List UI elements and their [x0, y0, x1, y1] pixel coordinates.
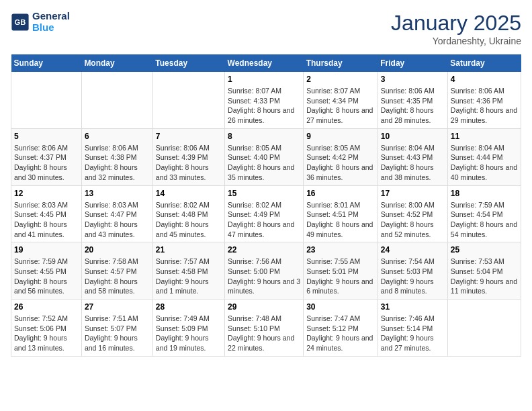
- calendar-cell: 9Sunrise: 8:05 AM Sunset: 4:42 PM Daylig…: [304, 128, 378, 185]
- day-number: 8: [228, 132, 300, 141]
- day-info: Sunrise: 8:03 AM Sunset: 4:47 PM Dayligh…: [85, 200, 150, 240]
- calendar-header-row: SundayMondayTuesdayWednesdayThursdayFrid…: [11, 54, 521, 72]
- header-saturday: Saturday: [447, 54, 521, 72]
- day-number: 24: [381, 245, 445, 255]
- day-number: 25: [451, 245, 518, 255]
- week-row-2: 5Sunrise: 8:06 AM Sunset: 4:37 PM Daylig…: [11, 128, 521, 185]
- day-number: 31: [381, 302, 445, 312]
- calendar-cell: 24Sunrise: 7:54 AM Sunset: 5:03 PM Dayli…: [378, 242, 447, 300]
- logo: GB General Blue: [11, 11, 70, 33]
- day-number: 2: [306, 75, 375, 84]
- calendar-table: SundayMondayTuesdayWednesdayThursdayFrid…: [11, 54, 521, 357]
- calendar-cell: 1Sunrise: 8:07 AM Sunset: 4:33 PM Daylig…: [225, 72, 304, 128]
- calendar-cell: 7Sunrise: 8:06 AM Sunset: 4:39 PM Daylig…: [152, 128, 224, 185]
- day-info: Sunrise: 7:57 AM Sunset: 4:58 PM Dayligh…: [156, 257, 222, 296]
- day-number: 19: [14, 245, 79, 255]
- calendar-cell: 28Sunrise: 7:49 AM Sunset: 5:09 PM Dayli…: [152, 300, 224, 357]
- calendar-cell: 29Sunrise: 7:48 AM Sunset: 5:10 PM Dayli…: [225, 300, 304, 357]
- day-info: Sunrise: 7:53 AM Sunset: 5:04 PM Dayligh…: [451, 257, 518, 296]
- day-info: Sunrise: 8:05 AM Sunset: 4:42 PM Dayligh…: [306, 143, 375, 183]
- header-monday: Monday: [81, 54, 152, 72]
- day-number: 5: [14, 132, 79, 141]
- day-number: 10: [381, 132, 445, 141]
- month-title: January 2025: [391, 11, 521, 36]
- day-info: Sunrise: 8:06 AM Sunset: 4:39 PM Dayligh…: [156, 143, 222, 183]
- day-number: 15: [228, 189, 300, 198]
- day-info: Sunrise: 8:00 AM Sunset: 4:52 PM Dayligh…: [381, 200, 445, 240]
- svg-text:GB: GB: [15, 18, 26, 26]
- day-info: Sunrise: 7:51 AM Sunset: 5:07 PM Dayligh…: [85, 314, 150, 353]
- day-info: Sunrise: 7:47 AM Sunset: 5:12 PM Dayligh…: [306, 314, 375, 353]
- day-number: 16: [306, 189, 375, 198]
- calendar-cell: 21Sunrise: 7:57 AM Sunset: 4:58 PM Dayli…: [152, 242, 224, 300]
- day-number: 18: [451, 189, 518, 198]
- day-info: Sunrise: 8:07 AM Sunset: 4:33 PM Dayligh…: [228, 86, 300, 126]
- day-info: Sunrise: 8:06 AM Sunset: 4:35 PM Dayligh…: [381, 86, 445, 126]
- week-row-5: 26Sunrise: 7:52 AM Sunset: 5:06 PM Dayli…: [11, 300, 521, 357]
- day-info: Sunrise: 8:04 AM Sunset: 4:43 PM Dayligh…: [381, 143, 445, 183]
- page-header: GB General Blue January 2025 Yordaneshty…: [11, 11, 521, 46]
- calendar-cell: 5Sunrise: 8:06 AM Sunset: 4:37 PM Daylig…: [11, 128, 82, 185]
- calendar-cell: 23Sunrise: 7:55 AM Sunset: 5:01 PM Dayli…: [304, 242, 378, 300]
- calendar-cell: 17Sunrise: 8:00 AM Sunset: 4:52 PM Dayli…: [378, 185, 447, 242]
- week-row-3: 12Sunrise: 8:03 AM Sunset: 4:45 PM Dayli…: [11, 185, 521, 242]
- day-number: 26: [14, 302, 79, 312]
- day-number: 20: [85, 245, 150, 255]
- day-number: 14: [156, 189, 222, 198]
- calendar-cell: 2Sunrise: 8:07 AM Sunset: 4:34 PM Daylig…: [304, 72, 378, 128]
- day-number: 11: [451, 132, 518, 141]
- calendar-cell: 22Sunrise: 7:56 AM Sunset: 5:00 PM Dayli…: [225, 242, 304, 300]
- day-number: 12: [14, 189, 79, 198]
- week-row-1: 1Sunrise: 8:07 AM Sunset: 4:33 PM Daylig…: [11, 72, 521, 128]
- day-number: 4: [451, 75, 518, 84]
- title-block: January 2025 Yordaneshty, Ukraine: [391, 11, 521, 46]
- logo-icon: GB: [11, 13, 30, 32]
- day-info: Sunrise: 7:59 AM Sunset: 4:54 PM Dayligh…: [451, 200, 518, 240]
- calendar-cell: 27Sunrise: 7:51 AM Sunset: 5:07 PM Dayli…: [81, 300, 152, 357]
- day-number: 30: [306, 302, 375, 312]
- day-info: Sunrise: 7:55 AM Sunset: 5:01 PM Dayligh…: [306, 257, 375, 296]
- day-number: 23: [306, 245, 375, 255]
- day-info: Sunrise: 8:02 AM Sunset: 4:48 PM Dayligh…: [156, 200, 222, 240]
- day-info: Sunrise: 7:48 AM Sunset: 5:10 PM Dayligh…: [228, 314, 300, 353]
- day-number: 28: [156, 302, 222, 312]
- calendar-cell: 30Sunrise: 7:47 AM Sunset: 5:12 PM Dayli…: [304, 300, 378, 357]
- day-number: 6: [85, 132, 150, 141]
- day-number: 9: [306, 132, 375, 141]
- calendar-cell: 25Sunrise: 7:53 AM Sunset: 5:04 PM Dayli…: [447, 242, 521, 300]
- calendar-cell: 20Sunrise: 7:58 AM Sunset: 4:57 PM Dayli…: [81, 242, 152, 300]
- day-info: Sunrise: 7:54 AM Sunset: 5:03 PM Dayligh…: [381, 257, 445, 296]
- calendar-cell: [152, 72, 224, 128]
- calendar-cell: 13Sunrise: 8:03 AM Sunset: 4:47 PM Dayli…: [81, 185, 152, 242]
- calendar-cell: 8Sunrise: 8:05 AM Sunset: 4:40 PM Daylig…: [225, 128, 304, 185]
- header-wednesday: Wednesday: [225, 54, 304, 72]
- calendar-cell: 11Sunrise: 8:04 AM Sunset: 4:44 PM Dayli…: [447, 128, 521, 185]
- calendar-cell: [81, 72, 152, 128]
- day-number: 27: [85, 302, 150, 312]
- day-info: Sunrise: 8:06 AM Sunset: 4:38 PM Dayligh…: [85, 143, 150, 183]
- day-number: 22: [228, 245, 300, 255]
- day-info: Sunrise: 8:03 AM Sunset: 4:45 PM Dayligh…: [14, 200, 79, 240]
- day-info: Sunrise: 8:06 AM Sunset: 4:36 PM Dayligh…: [451, 86, 518, 126]
- calendar-cell: 18Sunrise: 7:59 AM Sunset: 4:54 PM Dayli…: [447, 185, 521, 242]
- day-info: Sunrise: 8:01 AM Sunset: 4:51 PM Dayligh…: [306, 200, 375, 240]
- logo-general: General: [32, 11, 70, 22]
- location-subtitle: Yordaneshty, Ukraine: [391, 36, 521, 46]
- header-thursday: Thursday: [304, 54, 378, 72]
- day-info: Sunrise: 8:07 AM Sunset: 4:34 PM Dayligh…: [306, 86, 375, 126]
- calendar-cell: 31Sunrise: 7:46 AM Sunset: 5:14 PM Dayli…: [378, 300, 447, 357]
- calendar-cell: 10Sunrise: 8:04 AM Sunset: 4:43 PM Dayli…: [378, 128, 447, 185]
- week-row-4: 19Sunrise: 7:59 AM Sunset: 4:55 PM Dayli…: [11, 242, 521, 300]
- day-info: Sunrise: 8:05 AM Sunset: 4:40 PM Dayligh…: [228, 143, 300, 183]
- calendar-cell: 19Sunrise: 7:59 AM Sunset: 4:55 PM Dayli…: [11, 242, 82, 300]
- day-number: 3: [381, 75, 445, 84]
- day-info: Sunrise: 8:04 AM Sunset: 4:44 PM Dayligh…: [451, 143, 518, 183]
- calendar-cell: 26Sunrise: 7:52 AM Sunset: 5:06 PM Dayli…: [11, 300, 82, 357]
- logo-blue: Blue: [32, 22, 70, 34]
- header-friday: Friday: [378, 54, 447, 72]
- header-tuesday: Tuesday: [152, 54, 224, 72]
- day-info: Sunrise: 7:58 AM Sunset: 4:57 PM Dayligh…: [85, 257, 150, 296]
- day-info: Sunrise: 7:56 AM Sunset: 5:00 PM Dayligh…: [228, 257, 300, 296]
- calendar-cell: [447, 300, 521, 357]
- day-info: Sunrise: 7:49 AM Sunset: 5:09 PM Dayligh…: [156, 314, 222, 353]
